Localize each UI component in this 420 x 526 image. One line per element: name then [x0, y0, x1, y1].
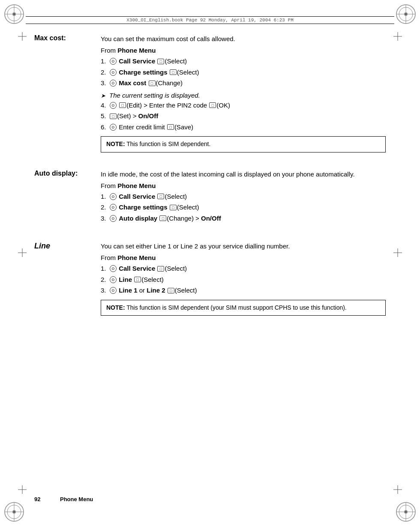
step-bold-text-2: On/Off [201, 215, 221, 222]
nav-icon: ⊙ [110, 276, 117, 283]
crosshair-br [393, 485, 402, 494]
list-item: 2. ⊙ Charge settings □(Select) [101, 203, 386, 212]
btn-icon: □ [157, 266, 164, 272]
auto-display-from-label: From Phone Menu [101, 182, 386, 189]
nav-icon: ⊙ [110, 215, 117, 222]
crosshair-tr [393, 32, 402, 41]
crosshair-ml [18, 248, 27, 257]
nav-icon: ⊙ [110, 265, 117, 272]
list-item: 2. ⊙ Line □(Select) [101, 275, 386, 285]
line-from-label: From Phone Menu [101, 254, 386, 261]
max-cost-description: You can set the maximum cost of calls al… [101, 34, 386, 43]
nav-icon: ⊙ [110, 102, 117, 109]
max-cost-note: NOTE: This function is SIM dependent. [101, 136, 386, 152]
btn-icon: □ [170, 205, 177, 210]
step-number: 1. [101, 57, 109, 66]
note-label: NOTE: [106, 304, 125, 311]
line-body: You can set either Line 1 or Line 2 as y… [101, 242, 386, 320]
step-number: 3. [101, 286, 109, 296]
list-item: 1. ⊙ Call Service □(Select) [101, 57, 386, 66]
step-content: ⊙ Call Service □(Select) [109, 192, 386, 202]
nav-icon: ⊙ [110, 124, 117, 131]
step-content: ⊙ Call Service □(Select) [109, 264, 386, 274]
nav-icon: ⊙ [110, 58, 117, 65]
arrow-note: ➤ The current setting is displayed. [101, 92, 386, 99]
btn-icon: □ [167, 124, 174, 130]
footer: 92 Phone Menu [34, 496, 394, 502]
list-item: 1. ⊙ Call Service □(Select) [101, 264, 386, 274]
step-content: □(Set) > On/Off [109, 111, 386, 121]
btn-icon: □ [157, 59, 164, 64]
main-content: Max cost: You can set the maximum cost o… [34, 34, 386, 483]
auto-display-body: In idle mode, the cost of the latest inc… [101, 170, 386, 227]
crosshair-bl [18, 485, 27, 494]
list-item: 5. □(Set) > On/Off [101, 111, 386, 121]
corner-decoration-bl [3, 501, 25, 523]
step-bold-text: Call Service [119, 193, 155, 200]
step-content: ⊙ Line 1 or Line 2 □(Select) [109, 286, 386, 296]
arrow-symbol: ➤ [101, 93, 109, 99]
list-item: 4. ⊙ □(Edit) > Enter the PIN2 code □(OK) [101, 101, 386, 111]
note-label: NOTE: [106, 140, 125, 147]
header-bar: X300_OI_English.book Page 92 Monday, Apr… [26, 16, 394, 24]
corner-decoration-br [395, 501, 417, 523]
btn-icon: □ [134, 277, 141, 282]
step-bold-text: Max cost [119, 79, 146, 87]
btn-icon: □ [149, 81, 156, 86]
svg-point-5 [13, 13, 15, 15]
auto-display-title: Auto display: [34, 170, 78, 177]
nav-icon: ⊙ [110, 287, 117, 294]
step-number: 4. [101, 101, 109, 111]
list-item: 3. ⊙ Line 1 or Line 2 □(Select) [101, 286, 386, 296]
step-content: ⊙ Line □(Select) [109, 275, 386, 285]
step-number: 3. [101, 78, 109, 88]
step-number: 1. [101, 192, 109, 202]
list-item: 2. ⊙ Charge settings □(Select) [101, 68, 386, 78]
nav-icon: ⊙ [110, 69, 117, 76]
step-content: ⊙ Max cost □(Change) [109, 78, 386, 88]
step-number: 2. [101, 203, 109, 212]
step-content: ⊙ Enter credit limit □(Save) [109, 123, 386, 132]
btn-icon: □ [168, 288, 174, 293]
step-bold-text: Auto display [119, 215, 157, 222]
corner-decoration-tl [3, 3, 25, 25]
list-item: 3. ⊙ Max cost □(Change) [101, 78, 386, 88]
max-cost-steps-2: 4. ⊙ □(Edit) > Enter the PIN2 code □(OK)… [101, 101, 386, 132]
step-number: 6. [101, 123, 109, 132]
step-bold-text-2: Line 2 [147, 287, 165, 294]
corner-decoration-tr [395, 3, 417, 25]
step-number: 3. [101, 214, 109, 224]
auto-display-description: In idle mode, the cost of the latest inc… [101, 170, 386, 179]
section-max-cost: Max cost: You can set the maximum cost o… [34, 34, 386, 157]
line-note: NOTE: This function is SIM dependent (yo… [101, 300, 386, 316]
line-steps: 1. ⊙ Call Service □(Select) 2. ⊙ Line □(… [101, 264, 386, 296]
step-content: ⊙ Call Service □(Select) [109, 57, 386, 66]
step-bold-text: Call Service [119, 57, 155, 65]
btn-icon-2: □ [209, 102, 216, 108]
step-number: 2. [101, 275, 109, 285]
section-auto-display: Auto display: In idle mode, the cost of … [34, 170, 386, 227]
btn-icon: □ [157, 194, 164, 199]
note-text: This function is SIM dependent (your SIM… [125, 304, 347, 311]
line-description: You can set either Line 1 or Line 2 as y… [101, 242, 386, 251]
svg-point-11 [405, 13, 407, 15]
step-bold-text: Call Service [119, 265, 155, 272]
crosshair-tl [18, 32, 27, 41]
nav-icon: ⊙ [110, 193, 117, 200]
nav-icon: ⊙ [110, 80, 117, 87]
list-item: 3. ⊙ Auto display □(Change) > On/Off [101, 214, 386, 224]
btn-icon: □ [119, 102, 126, 108]
btn-icon: □ [110, 114, 117, 119]
step-bold-text: Charge settings [119, 203, 167, 211]
arrow-note-text: The current setting is displayed. [109, 92, 200, 99]
step-content: ⊙ □(Edit) > Enter the PIN2 code □(OK) [109, 101, 386, 111]
btn-icon: □ [170, 69, 177, 75]
step-content: ⊙ Charge settings □(Select) [109, 68, 386, 78]
step-bold-text: Charge settings [119, 69, 167, 76]
max-cost-title: Max cost: [34, 34, 66, 42]
footer-page-number: 92 [34, 496, 47, 502]
step-number: 5. [101, 111, 109, 121]
nav-icon: ⊙ [110, 204, 117, 211]
step-content: ⊙ Charge settings □(Select) [109, 203, 386, 212]
line-title: Line [34, 242, 50, 250]
